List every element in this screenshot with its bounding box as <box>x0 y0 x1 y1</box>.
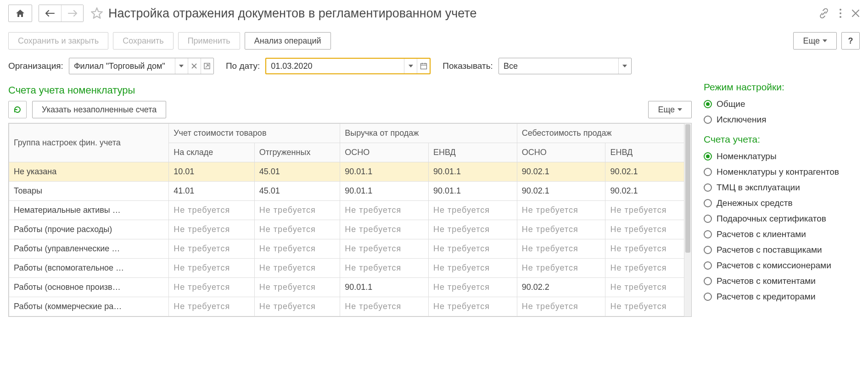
cell-cogs_o[interactable]: Не требуется <box>517 220 605 239</box>
cell-shipped[interactable]: Не требуется <box>254 259 340 278</box>
scrollbar-thumb[interactable] <box>685 124 690 253</box>
home-button[interactable] <box>8 5 32 22</box>
refresh-button[interactable] <box>8 101 27 118</box>
fill-unfilled-accounts-button[interactable]: Указать незаполненные счета <box>32 101 166 118</box>
col-cogs-osno-header[interactable]: ОСНО <box>517 143 605 162</box>
help-button[interactable]: ? <box>841 32 860 50</box>
col-group-header[interactable]: Группа настроек фин. учета <box>9 124 169 162</box>
cell-rev_o[interactable]: 90.01.1 <box>340 182 429 201</box>
col-rev-envd-header[interactable]: ЕНВД <box>428 143 517 162</box>
cell-shipped[interactable]: Не требуется <box>254 297 340 316</box>
accounts-option[interactable]: Расчетов с поставщиками <box>704 242 860 258</box>
accounts-option[interactable]: Подарочных сертификатов <box>704 211 860 227</box>
accounts-option[interactable]: Расчетов с комитентами <box>704 273 860 289</box>
mode-option[interactable]: Исключения <box>704 112 860 127</box>
cell-rev_o[interactable]: Не требуется <box>340 239 429 259</box>
cell-cogs_o[interactable]: 90.02.1 <box>517 182 605 201</box>
accounts-option[interactable]: Расчетов с комиссионерами <box>704 258 860 273</box>
organization-clear-button[interactable] <box>188 58 201 74</box>
cell-cogs_e[interactable]: 90.02.1 <box>605 182 691 201</box>
cell-name[interactable]: Работы (прочие расходы) <box>9 220 169 239</box>
vertical-scrollbar[interactable] <box>684 123 691 316</box>
cell-stock[interactable]: Не требуется <box>169 278 255 297</box>
cell-name[interactable]: Работы (основное произв… <box>9 278 169 297</box>
cell-shipped[interactable]: Не требуется <box>254 220 340 239</box>
col-rev-osno-header[interactable]: ОСНО <box>340 143 429 162</box>
cell-rev_e[interactable]: Не требуется <box>428 201 517 220</box>
accounts-option[interactable]: Номенклатуры <box>704 149 860 164</box>
cell-cogs_o[interactable]: Не требуется <box>517 201 605 220</box>
col-cogs-envd-header[interactable]: ЕНВД <box>605 143 691 162</box>
table-row[interactable]: Товары41.0145.0190.01.190.01.190.02.190.… <box>9 182 691 201</box>
cell-name[interactable]: Работы (вспомогательное … <box>9 259 169 278</box>
organization-select[interactable]: Филиал "Торговый дом" <box>69 58 214 74</box>
cell-shipped[interactable]: Не требуется <box>254 278 340 297</box>
cell-rev_o[interactable]: 90.01.1 <box>340 162 429 182</box>
table-more-button[interactable]: Еще <box>648 101 692 118</box>
table-row[interactable]: Не указана10.0145.0190.01.190.01.190.02.… <box>9 162 691 182</box>
cell-rev_o[interactable]: Не требуется <box>340 201 429 220</box>
accounts-option[interactable]: Номенклатуры у контрагентов <box>704 164 860 180</box>
apply-button[interactable]: Применить <box>178 32 240 50</box>
cell-cogs_e[interactable]: Не требуется <box>605 201 691 220</box>
cell-stock[interactable]: Не требуется <box>169 239 255 259</box>
cell-shipped[interactable]: Не требуется <box>254 239 340 259</box>
save-and-close-button[interactable]: Сохранить и закрыть <box>8 32 108 50</box>
cell-stock[interactable]: Не требуется <box>169 201 255 220</box>
nav-forward-button[interactable] <box>61 5 83 22</box>
cell-rev_o[interactable]: 90.01.1 <box>340 278 429 297</box>
cell-cogs_o[interactable]: 90.02.2 <box>517 278 605 297</box>
date-calendar-button[interactable] <box>417 59 430 73</box>
cell-name[interactable]: Работы (коммерческие ра… <box>9 297 169 316</box>
save-button[interactable]: Сохранить <box>113 32 173 50</box>
col-cogs-header[interactable]: Себестоимость продаж <box>517 124 691 143</box>
cell-cogs_e[interactable]: Не требуется <box>605 259 691 278</box>
cell-rev_e[interactable]: Не требуется <box>428 278 517 297</box>
cell-cogs_e[interactable]: Не требуется <box>605 239 691 259</box>
cell-name[interactable]: Не указана <box>9 162 169 182</box>
cell-rev_e[interactable]: Не требуется <box>428 297 517 316</box>
show-dropdown-button[interactable] <box>618 58 631 74</box>
cell-rev_e[interactable]: Не требуется <box>428 239 517 259</box>
cell-stock[interactable]: Не требуется <box>169 259 255 278</box>
more-menu-button[interactable]: Еще <box>793 32 837 50</box>
date-dropdown-button[interactable] <box>404 59 417 73</box>
cell-cogs_o[interactable]: Не требуется <box>517 259 605 278</box>
favorite-star-button[interactable] <box>90 6 104 20</box>
col-cost-stock-header[interactable]: На складе <box>169 143 255 162</box>
cell-rev_o[interactable]: Не требуется <box>340 297 429 316</box>
cell-stock[interactable]: Не требуется <box>169 220 255 239</box>
accounts-option[interactable]: ТМЦ в эксплуатации <box>704 180 860 195</box>
cell-shipped[interactable]: 45.01 <box>254 162 340 182</box>
nav-back-button[interactable] <box>39 5 61 22</box>
cell-cogs_o[interactable]: Не требуется <box>517 239 605 259</box>
cell-cogs_o[interactable]: 90.02.1 <box>517 162 605 182</box>
mode-option[interactable]: Общие <box>704 96 860 112</box>
show-select[interactable]: Все <box>498 58 632 74</box>
cell-stock[interactable]: 41.01 <box>169 182 255 201</box>
cell-cogs_e[interactable]: 90.02.1 <box>605 162 691 182</box>
table-row[interactable]: Работы (вспомогательное …Не требуетсяНе … <box>9 259 691 278</box>
cell-stock[interactable]: Не требуется <box>169 297 255 316</box>
accounts-option[interactable]: Расчетов с кредиторами <box>704 289 860 304</box>
cell-rev_o[interactable]: Не требуется <box>340 259 429 278</box>
cell-name[interactable]: Работы (управленческие … <box>9 239 169 259</box>
organization-open-button[interactable] <box>201 58 213 74</box>
cell-rev_e[interactable]: 90.01.1 <box>428 182 517 201</box>
cell-rev_o[interactable]: Не требуется <box>340 220 429 239</box>
table-row[interactable]: Работы (коммерческие ра…Не требуетсяНе т… <box>9 297 691 316</box>
cell-rev_e[interactable]: Не требуется <box>428 259 517 278</box>
cell-cogs_e[interactable]: Не требуется <box>605 278 691 297</box>
cell-cogs_o[interactable]: Не требуется <box>517 297 605 316</box>
accounts-option[interactable]: Расчетов с клиентами <box>704 227 860 242</box>
organization-dropdown-button[interactable] <box>175 58 188 74</box>
cell-rev_e[interactable]: Не требуется <box>428 220 517 239</box>
cell-name[interactable]: Нематериальные активы … <box>9 201 169 220</box>
cell-stock[interactable]: 10.01 <box>169 162 255 182</box>
table-row[interactable]: Нематериальные активы …Не требуетсяНе тр… <box>9 201 691 220</box>
table-row[interactable]: Работы (основное произв…Не требуетсяНе т… <box>9 278 691 297</box>
col-cost-header[interactable]: Учет стоимости товаров <box>169 124 340 143</box>
analyze-operations-button[interactable]: Анализ операций <box>245 32 331 50</box>
cell-shipped[interactable]: 45.01 <box>254 182 340 201</box>
cell-rev_e[interactable]: 90.01.1 <box>428 162 517 182</box>
